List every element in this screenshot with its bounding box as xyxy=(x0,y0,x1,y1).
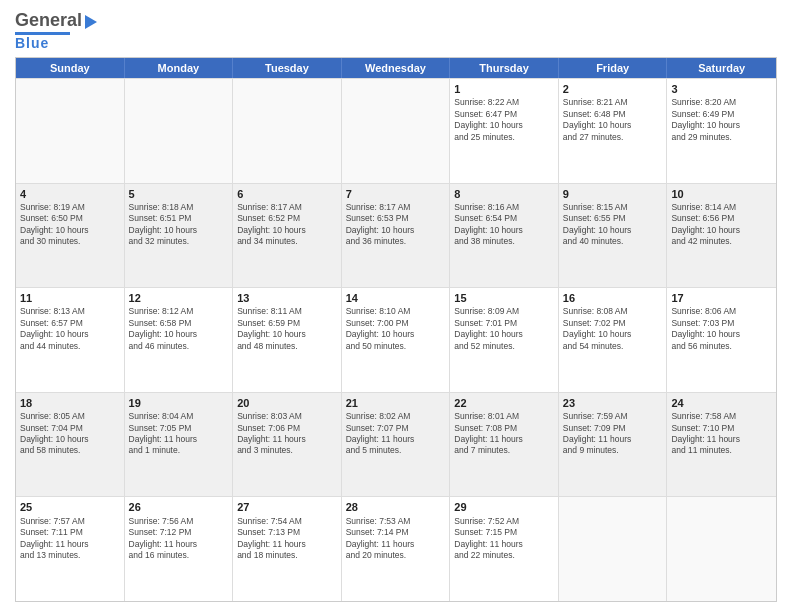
calendar-row-2: 11Sunrise: 8:13 AM Sunset: 6:57 PM Dayli… xyxy=(16,287,776,392)
calendar-day-27: 27Sunrise: 7:54 AM Sunset: 7:13 PM Dayli… xyxy=(233,497,342,601)
calendar-day-4: 4Sunrise: 8:19 AM Sunset: 6:50 PM Daylig… xyxy=(16,184,125,288)
day-info: Sunrise: 8:03 AM Sunset: 7:06 PM Dayligh… xyxy=(237,411,337,457)
calendar-day-8: 8Sunrise: 8:16 AM Sunset: 6:54 PM Daylig… xyxy=(450,184,559,288)
day-info: Sunrise: 8:09 AM Sunset: 7:01 PM Dayligh… xyxy=(454,306,554,352)
day-info: Sunrise: 8:22 AM Sunset: 6:47 PM Dayligh… xyxy=(454,97,554,143)
day-info: Sunrise: 7:58 AM Sunset: 7:10 PM Dayligh… xyxy=(671,411,772,457)
calendar-day-empty-4-6 xyxy=(667,497,776,601)
day-info: Sunrise: 7:56 AM Sunset: 7:12 PM Dayligh… xyxy=(129,516,229,562)
day-number: 18 xyxy=(20,396,120,410)
logo-icon: General xyxy=(15,10,97,31)
calendar-day-11: 11Sunrise: 8:13 AM Sunset: 6:57 PM Dayli… xyxy=(16,288,125,392)
day-info: Sunrise: 8:14 AM Sunset: 6:56 PM Dayligh… xyxy=(671,202,772,248)
weekday-header-tuesday: Tuesday xyxy=(233,58,342,78)
day-number: 9 xyxy=(563,187,663,201)
day-number: 27 xyxy=(237,500,337,514)
day-info: Sunrise: 8:10 AM Sunset: 7:00 PM Dayligh… xyxy=(346,306,446,352)
day-info: Sunrise: 7:59 AM Sunset: 7:09 PM Dayligh… xyxy=(563,411,663,457)
calendar-day-12: 12Sunrise: 8:12 AM Sunset: 6:58 PM Dayli… xyxy=(125,288,234,392)
day-number: 25 xyxy=(20,500,120,514)
day-number: 22 xyxy=(454,396,554,410)
calendar-body: 1Sunrise: 8:22 AM Sunset: 6:47 PM Daylig… xyxy=(16,78,776,601)
calendar-day-empty-0-0 xyxy=(16,79,125,183)
day-info: Sunrise: 8:21 AM Sunset: 6:48 PM Dayligh… xyxy=(563,97,663,143)
calendar-day-3: 3Sunrise: 8:20 AM Sunset: 6:49 PM Daylig… xyxy=(667,79,776,183)
day-info: Sunrise: 8:19 AM Sunset: 6:50 PM Dayligh… xyxy=(20,202,120,248)
day-number: 12 xyxy=(129,291,229,305)
day-info: Sunrise: 8:17 AM Sunset: 6:52 PM Dayligh… xyxy=(237,202,337,248)
logo: General Blue xyxy=(15,10,97,51)
calendar-day-7: 7Sunrise: 8:17 AM Sunset: 6:53 PM Daylig… xyxy=(342,184,451,288)
calendar-day-14: 14Sunrise: 8:10 AM Sunset: 7:00 PM Dayli… xyxy=(342,288,451,392)
day-info: Sunrise: 8:01 AM Sunset: 7:08 PM Dayligh… xyxy=(454,411,554,457)
calendar-day-empty-0-2 xyxy=(233,79,342,183)
day-info: Sunrise: 8:05 AM Sunset: 7:04 PM Dayligh… xyxy=(20,411,120,457)
day-info: Sunrise: 7:52 AM Sunset: 7:15 PM Dayligh… xyxy=(454,516,554,562)
day-info: Sunrise: 8:18 AM Sunset: 6:51 PM Dayligh… xyxy=(129,202,229,248)
calendar-day-empty-0-3 xyxy=(342,79,451,183)
day-number: 3 xyxy=(671,82,772,96)
day-info: Sunrise: 8:20 AM Sunset: 6:49 PM Dayligh… xyxy=(671,97,772,143)
logo-arrow-icon xyxy=(85,15,97,29)
calendar-day-10: 10Sunrise: 8:14 AM Sunset: 6:56 PM Dayli… xyxy=(667,184,776,288)
weekday-header-sunday: Sunday xyxy=(16,58,125,78)
calendar-day-20: 20Sunrise: 8:03 AM Sunset: 7:06 PM Dayli… xyxy=(233,393,342,497)
day-info: Sunrise: 7:57 AM Sunset: 7:11 PM Dayligh… xyxy=(20,516,120,562)
weekday-header-thursday: Thursday xyxy=(450,58,559,78)
calendar-day-empty-0-1 xyxy=(125,79,234,183)
weekday-header-friday: Friday xyxy=(559,58,668,78)
day-number: 1 xyxy=(454,82,554,96)
calendar-day-29: 29Sunrise: 7:52 AM Sunset: 7:15 PM Dayli… xyxy=(450,497,559,601)
calendar-header: SundayMondayTuesdayWednesdayThursdayFrid… xyxy=(16,58,776,78)
day-info: Sunrise: 8:11 AM Sunset: 6:59 PM Dayligh… xyxy=(237,306,337,352)
calendar-row-3: 18Sunrise: 8:05 AM Sunset: 7:04 PM Dayli… xyxy=(16,392,776,497)
day-info: Sunrise: 8:15 AM Sunset: 6:55 PM Dayligh… xyxy=(563,202,663,248)
day-info: Sunrise: 8:08 AM Sunset: 7:02 PM Dayligh… xyxy=(563,306,663,352)
day-info: Sunrise: 8:13 AM Sunset: 6:57 PM Dayligh… xyxy=(20,306,120,352)
calendar-day-16: 16Sunrise: 8:08 AM Sunset: 7:02 PM Dayli… xyxy=(559,288,668,392)
day-info: Sunrise: 7:54 AM Sunset: 7:13 PM Dayligh… xyxy=(237,516,337,562)
logo-blue-text: Blue xyxy=(15,35,49,51)
day-number: 8 xyxy=(454,187,554,201)
day-number: 19 xyxy=(129,396,229,410)
calendar-day-19: 19Sunrise: 8:04 AM Sunset: 7:05 PM Dayli… xyxy=(125,393,234,497)
day-number: 17 xyxy=(671,291,772,305)
day-number: 7 xyxy=(346,187,446,201)
calendar-day-6: 6Sunrise: 8:17 AM Sunset: 6:52 PM Daylig… xyxy=(233,184,342,288)
calendar-row-0: 1Sunrise: 8:22 AM Sunset: 6:47 PM Daylig… xyxy=(16,78,776,183)
calendar-day-25: 25Sunrise: 7:57 AM Sunset: 7:11 PM Dayli… xyxy=(16,497,125,601)
calendar-day-9: 9Sunrise: 8:15 AM Sunset: 6:55 PM Daylig… xyxy=(559,184,668,288)
day-info: Sunrise: 8:17 AM Sunset: 6:53 PM Dayligh… xyxy=(346,202,446,248)
day-number: 15 xyxy=(454,291,554,305)
calendar-day-2: 2Sunrise: 8:21 AM Sunset: 6:48 PM Daylig… xyxy=(559,79,668,183)
calendar-day-18: 18Sunrise: 8:05 AM Sunset: 7:04 PM Dayli… xyxy=(16,393,125,497)
calendar-day-17: 17Sunrise: 8:06 AM Sunset: 7:03 PM Dayli… xyxy=(667,288,776,392)
day-number: 20 xyxy=(237,396,337,410)
calendar: SundayMondayTuesdayWednesdayThursdayFrid… xyxy=(15,57,777,602)
calendar-day-21: 21Sunrise: 8:02 AM Sunset: 7:07 PM Dayli… xyxy=(342,393,451,497)
day-number: 21 xyxy=(346,396,446,410)
calendar-day-23: 23Sunrise: 7:59 AM Sunset: 7:09 PM Dayli… xyxy=(559,393,668,497)
calendar-day-5: 5Sunrise: 8:18 AM Sunset: 6:51 PM Daylig… xyxy=(125,184,234,288)
weekday-header-wednesday: Wednesday xyxy=(342,58,451,78)
calendar-day-15: 15Sunrise: 8:09 AM Sunset: 7:01 PM Dayli… xyxy=(450,288,559,392)
calendar-row-1: 4Sunrise: 8:19 AM Sunset: 6:50 PM Daylig… xyxy=(16,183,776,288)
day-info: Sunrise: 8:12 AM Sunset: 6:58 PM Dayligh… xyxy=(129,306,229,352)
day-number: 2 xyxy=(563,82,663,96)
page: General Blue SundayMondayTuesdayWednesda… xyxy=(0,0,792,612)
day-number: 4 xyxy=(20,187,120,201)
day-info: Sunrise: 8:16 AM Sunset: 6:54 PM Dayligh… xyxy=(454,202,554,248)
logo-general-text: General xyxy=(15,10,82,31)
calendar-day-24: 24Sunrise: 7:58 AM Sunset: 7:10 PM Dayli… xyxy=(667,393,776,497)
day-number: 29 xyxy=(454,500,554,514)
header: General Blue xyxy=(15,10,777,51)
day-info: Sunrise: 8:06 AM Sunset: 7:03 PM Dayligh… xyxy=(671,306,772,352)
day-number: 24 xyxy=(671,396,772,410)
day-number: 14 xyxy=(346,291,446,305)
day-info: Sunrise: 8:02 AM Sunset: 7:07 PM Dayligh… xyxy=(346,411,446,457)
calendar-day-1: 1Sunrise: 8:22 AM Sunset: 6:47 PM Daylig… xyxy=(450,79,559,183)
weekday-header-saturday: Saturday xyxy=(667,58,776,78)
calendar-day-22: 22Sunrise: 8:01 AM Sunset: 7:08 PM Dayli… xyxy=(450,393,559,497)
day-number: 26 xyxy=(129,500,229,514)
day-number: 11 xyxy=(20,291,120,305)
